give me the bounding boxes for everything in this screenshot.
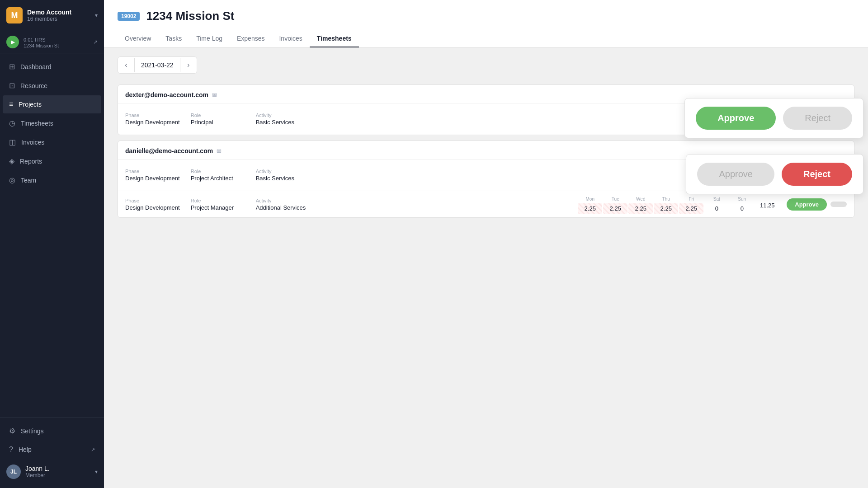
current-project-bar[interactable]: ▶ 0.01 HRS 1234 Mission St ↗ [0,31,104,53]
settings-icon: ⚙ [9,427,15,435]
sidebar: M Demo Account 16 members ▾ ▶ 0.01 HRS 1… [0,0,104,488]
role-label: Role [191,198,245,203]
user-info: Joann L. Member [25,465,50,479]
email-icon[interactable]: ✉ [212,92,217,99]
approve-button-large-inactive[interactable]: Approve [697,163,774,186]
page-tabs: Overview Tasks Time Log Expenses Invoice… [118,30,854,47]
app-logo: M [6,7,23,23]
day-col-sat: Sat 0 [704,195,729,214]
sidebar-item-label: Settings [21,427,44,435]
activity-label: Activity [256,113,310,118]
timesheet-user-section-dexter: dexter@demo-account.com ✉ Phase Design D… [118,84,854,135]
day-col-thu: Thu 2.25 [654,195,678,214]
day-value: 2.25 [679,203,703,214]
sidebar-item-label: Team [21,177,36,184]
row-meta: Phase Design Development Role Project Ar… [125,169,721,182]
day-col-tue: Tue 2.25 [603,195,627,214]
day-label: Wed [628,197,653,202]
sidebar-item-invoices[interactable]: ◫ Invoices [3,133,101,151]
sidebar-item-dashboard[interactable]: ⊞ Dashboard [3,57,101,76]
tab-expenses[interactable]: Expenses [230,30,272,47]
reject-button-small[interactable] [830,202,847,207]
date-next-button[interactable]: › [180,57,197,73]
avatar: JL [6,465,21,479]
sidebar-item-timesheets[interactable]: ◷ Timesheets [3,114,101,132]
user-email-danielle: danielle@demo-account.com [125,147,213,155]
day-value: 0 [704,203,729,214]
approve-button-large[interactable]: Approve [696,107,776,130]
sidebar-item-resource[interactable]: ⊡ Resource [3,76,101,95]
role-col: Role Project Architect [191,169,245,182]
date-navigator: ‹ 2021-03-22 › [118,56,197,74]
day-col-sun: Sun 0 [730,195,754,214]
reject-button-large[interactable]: Reject [782,163,852,186]
tab-invoices[interactable]: Invoices [272,30,309,47]
sidebar-item-label: Resource [20,82,47,89]
day-value: 2.25 [578,203,602,214]
external-link-icon: ↗ [93,39,98,45]
activity-value: Additional Services [256,204,310,211]
approve-reject-overlay-2: Approve Reject [686,154,863,194]
day-label: Sun [730,197,754,202]
phase-col: Phase Design Development [125,198,180,211]
projects-icon: ≡ [9,100,13,108]
user-email-dexter: dexter@demo-account.com [125,91,208,99]
day-label: Mon [578,197,602,202]
row-meta: Phase Design Development Role Principal … [125,113,721,126]
project-hrs-info: 0.01 HRS 1234 Mission St [24,36,59,48]
invoices-icon: ◫ [9,138,16,146]
user-chevron-icon: ▾ [95,469,98,475]
activity-label: Activity [256,169,310,174]
day-label: Thu [654,197,678,202]
day-value: 2.25 [628,203,653,214]
hrs-label: HRS [35,37,45,42]
activity-label: Activity [256,198,310,203]
phase-value: Design Development [125,119,180,126]
timesheet-user-section-danielle: danielle@demo-account.com ✉ Phase Design… [118,141,854,218]
date-prev-button[interactable]: ‹ [118,57,134,73]
day-columns: Mon 2.25 Tue 2.25 Wed 2.25 [578,195,779,214]
phase-label: Phase [125,169,180,174]
project-id-badge: 19002 [118,12,140,21]
day-label: Tue [603,197,627,202]
role-label: Role [191,169,245,174]
external-link-icon: ↗ [91,447,95,453]
sidebar-item-projects[interactable]: ≡ Projects [3,95,101,113]
activity-col: Activity Basic Services [256,113,310,126]
role-value: Project Manager [191,204,245,211]
phase-value: Design Development [125,204,180,211]
activity-col: Activity Additional Services [256,198,310,211]
tab-tasks[interactable]: Tasks [158,30,189,47]
tab-overview[interactable]: Overview [118,30,158,47]
day-col-fri: Fri 2.25 [679,195,703,214]
page-header: 19002 1234 Mission St Overview Tasks Tim… [104,0,868,47]
email-icon[interactable]: ✉ [217,148,222,155]
day-col-total: 11.25 [755,198,779,211]
sidebar-bottom: ⚙ Settings ? Help ↗ JL Joann L. Member ▾ [0,417,104,488]
activity-value: Basic Services [256,175,310,182]
phase-label: Phase [125,198,180,203]
day-label: Sat [704,197,729,202]
user-menu[interactable]: JL Joann L. Member ▾ [0,459,104,484]
role-value: Project Architect [191,175,245,182]
tab-timelog[interactable]: Time Log [189,30,230,47]
approve-button-small[interactable]: Approve [787,198,827,211]
account-name: Demo Account [27,9,90,16]
reject-button-large-inactive[interactable]: Reject [783,107,852,130]
phase-value: Design Development [125,175,180,182]
title-row: 19002 1234 Mission St [118,9,854,23]
role-col: Role Project Manager [191,198,245,211]
project-status-icon: ▶ [6,36,19,48]
activity-value: Basic Services [256,119,310,126]
account-switcher[interactable]: M Demo Account 16 members ▾ [0,0,104,31]
phase-col: Phase Design Development [125,169,180,182]
content-area: ‹ 2021-03-22 › dexter@demo-account.com ✉… [104,47,868,488]
sidebar-item-label: Dashboard [20,63,52,70]
sidebar-item-help[interactable]: ? Help ↗ [3,441,101,459]
help-icon: ? [9,446,13,454]
tab-timesheets[interactable]: Timesheets [310,30,359,47]
sidebar-item-team[interactable]: ◎ Team [3,171,101,189]
sidebar-item-reports[interactable]: ◈ Reports [3,152,101,170]
chevron-down-icon: ▾ [95,12,98,19]
sidebar-item-settings[interactable]: ⚙ Settings [3,422,101,440]
